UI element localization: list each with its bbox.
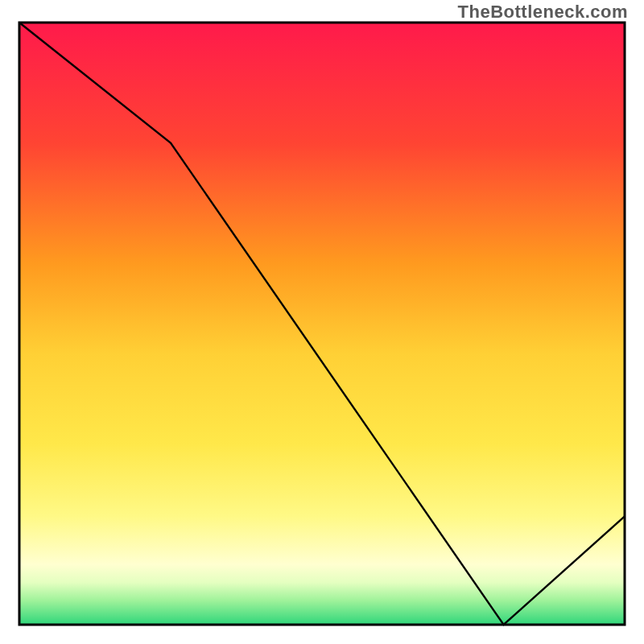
chart-svg — [0, 0, 644, 644]
chart-container: TheBottleneck.com — [0, 0, 644, 644]
attribution-label: TheBottleneck.com — [458, 2, 628, 23]
plot-background — [19, 23, 625, 625]
